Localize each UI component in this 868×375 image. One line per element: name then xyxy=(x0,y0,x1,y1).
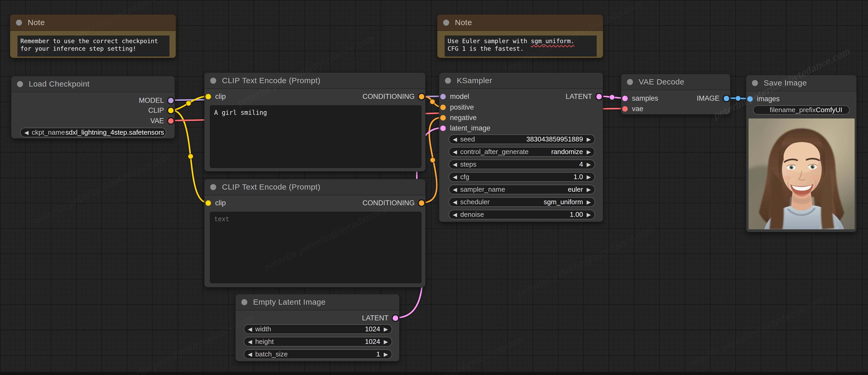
samples-input-port[interactable] xyxy=(622,96,628,101)
node-clip-text-encode-negative[interactable]: CLIP Text Encode (Prompt) clip CONDITION… xyxy=(204,179,426,287)
note-text[interactable]: Use Euler sampler with sgm_uniform.CFG 1… xyxy=(445,36,597,57)
node-header[interactable]: Save Image xyxy=(746,75,857,91)
sampler-name-widget[interactable]: ◀ sampler_name euler ▶ xyxy=(448,185,595,194)
collapse-dot-icon[interactable] xyxy=(443,20,449,26)
collapse-dot-icon[interactable] xyxy=(17,81,23,87)
decrement-arrow-icon[interactable]: ◀ xyxy=(453,187,457,192)
image-output-port[interactable] xyxy=(724,96,729,101)
node-header[interactable]: Note xyxy=(437,14,603,31)
control-after-generate-widget[interactable]: ◀ control_after_generate randomize ▶ xyxy=(448,147,595,157)
collapse-dot-icon[interactable] xyxy=(752,80,758,86)
node-title: Save Image xyxy=(764,79,807,87)
vae-input-port[interactable] xyxy=(622,106,628,112)
link-dot xyxy=(610,95,615,100)
prompt-text-input[interactable] xyxy=(210,212,422,283)
output-label: MODEL xyxy=(139,96,164,104)
increment-arrow-icon[interactable]: ▶ xyxy=(587,212,591,217)
width-widget[interactable]: ◀ width 1024 ▶ xyxy=(244,324,392,334)
cfg-widget[interactable]: ◀ cfg 1.0 ▶ xyxy=(448,172,595,182)
images-input-port[interactable] xyxy=(747,96,753,102)
collapse-dot-icon[interactable] xyxy=(16,20,22,26)
conditioning-output-port[interactable] xyxy=(419,94,424,99)
node-header[interactable]: Note xyxy=(10,14,176,31)
node-save-image[interactable]: Save Image images filename_prefix ComfyU… xyxy=(746,75,857,232)
node-header[interactable]: Empty Latent Image xyxy=(236,294,399,310)
increment-arrow-icon[interactable]: ▶ xyxy=(384,339,388,344)
collapse-dot-icon[interactable] xyxy=(241,299,247,305)
node-ksampler[interactable]: KSampler model positive negative latent_… xyxy=(439,72,603,222)
node-note-2[interactable]: Note Use Euler sampler with sgm_uniform.… xyxy=(437,14,603,58)
seed-widget[interactable]: ◀ seed 383043859951889 ▶ xyxy=(448,134,595,144)
node-empty-latent-image[interactable]: Empty Latent Image LATENT ◀ width 1024 ▶… xyxy=(235,294,400,362)
input-label: clip xyxy=(215,199,226,207)
widget-label: seed xyxy=(460,135,475,143)
model-input-port[interactable] xyxy=(440,94,446,99)
node-vae-decode[interactable]: VAE Decode samples vae IMAGE xyxy=(621,74,731,115)
increment-arrow-icon[interactable]: ▶ xyxy=(587,149,591,155)
steps-widget[interactable]: ◀ steps 4 ▶ xyxy=(448,159,595,169)
collapse-dot-icon[interactable] xyxy=(627,79,633,85)
node-title: Load Checkpoint xyxy=(29,80,90,88)
widget-value: 1024 xyxy=(365,325,380,333)
node-note-1[interactable]: Note Remember to use the correct checkpo… xyxy=(10,14,176,58)
node-header[interactable]: CLIP Text Encode (Prompt) xyxy=(205,179,425,195)
widget-label: filename_prefix xyxy=(770,106,816,114)
collapse-dot-icon[interactable] xyxy=(210,184,216,190)
node-header[interactable]: Load Checkpoint xyxy=(11,76,175,92)
decrement-arrow-icon[interactable]: ◀ xyxy=(453,212,457,217)
latent-output-port[interactable] xyxy=(393,315,398,321)
decrement-arrow-icon[interactable]: ◀ xyxy=(248,351,252,357)
collapse-dot-icon[interactable] xyxy=(445,78,451,84)
output-label: CLIP xyxy=(148,106,164,115)
conditioning-output-port[interactable] xyxy=(419,200,424,206)
height-widget[interactable]: ◀ height 1024 ▶ xyxy=(244,337,392,346)
decrement-arrow-icon[interactable]: ◀ xyxy=(453,174,457,180)
widget-value: 383043859951889 xyxy=(526,135,583,143)
decrement-arrow-icon[interactable]: ◀ xyxy=(24,130,29,135)
batch-size-widget[interactable]: ◀ batch_size 1 ▶ xyxy=(244,349,392,359)
positive-input-port[interactable] xyxy=(440,104,446,110)
output-label: CONDITIONING xyxy=(363,93,415,101)
filename-prefix-widget[interactable]: filename_prefix ComfyUI xyxy=(753,105,850,115)
increment-arrow-icon[interactable]: ▶ xyxy=(587,162,591,167)
denoise-widget[interactable]: ◀ denoise 1.00 ▶ xyxy=(448,210,595,219)
vae-output-port[interactable] xyxy=(168,118,174,124)
node-header[interactable]: VAE Decode xyxy=(621,74,730,90)
decrement-arrow-icon[interactable]: ◀ xyxy=(453,162,457,167)
negative-input-port[interactable] xyxy=(440,115,446,121)
node-header[interactable]: KSampler xyxy=(439,73,603,89)
increment-arrow-icon[interactable]: ▶ xyxy=(384,326,388,332)
decrement-arrow-icon[interactable]: ◀ xyxy=(248,326,252,332)
model-output-port[interactable] xyxy=(168,98,174,103)
widget-label: cfg xyxy=(460,173,469,181)
note-text[interactable]: Remember to use the correct checkpoint f… xyxy=(18,36,169,57)
collapse-dot-icon[interactable] xyxy=(210,78,216,84)
decrement-arrow-icon[interactable]: ◀ xyxy=(453,149,457,155)
ckpt-name-widget[interactable]: ◀ ckpt_name sdxl_lightning_4step.safeten… xyxy=(20,128,166,137)
increment-arrow-icon[interactable]: ▶ xyxy=(587,174,591,180)
widget-label: scheduler xyxy=(460,198,490,206)
latent-image-input-port[interactable] xyxy=(440,126,446,131)
node-header[interactable]: CLIP Text Encode (Prompt) xyxy=(205,73,425,89)
node-clip-text-encode-positive[interactable]: CLIP Text Encode (Prompt) clip CONDITION… xyxy=(204,72,426,171)
node-load-checkpoint[interactable]: Load Checkpoint MODEL CLIP VAE ◀ ckpt_na… xyxy=(11,76,175,138)
clip-input-port[interactable] xyxy=(206,200,211,206)
decrement-arrow-icon[interactable]: ◀ xyxy=(248,339,252,344)
decrement-arrow-icon[interactable]: ◀ xyxy=(453,199,457,205)
node-title: Empty Latent Image xyxy=(253,298,326,307)
scheduler-widget[interactable]: ◀ scheduler sgm_uniform ▶ xyxy=(448,197,595,207)
input-label: latent_image xyxy=(450,124,491,132)
increment-arrow-icon[interactable]: ▶ xyxy=(587,136,591,142)
latent-output-port[interactable] xyxy=(596,94,602,99)
widget-label: steps xyxy=(460,160,476,168)
decrement-arrow-icon[interactable]: ◀ xyxy=(453,136,457,142)
increment-arrow-icon[interactable]: ▶ xyxy=(384,351,388,357)
increment-arrow-icon[interactable]: ▶ xyxy=(587,199,591,205)
clip-input-port[interactable] xyxy=(206,94,211,99)
widget-value: 4 xyxy=(579,160,583,168)
increment-arrow-icon[interactable]: ▶ xyxy=(587,187,591,192)
prompt-text-input[interactable]: A girl smiling xyxy=(210,105,422,168)
generated-image-preview xyxy=(748,119,855,229)
widget-value: randomize xyxy=(551,148,583,156)
clip-output-port[interactable] xyxy=(168,108,174,113)
